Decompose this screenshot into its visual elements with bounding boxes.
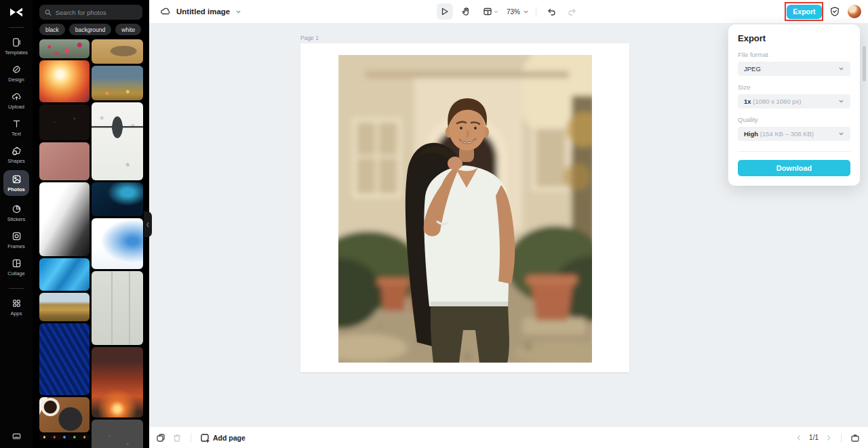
sidebar-item-shapes[interactable]: Shapes xyxy=(1,143,31,166)
layout-tool-button[interactable] xyxy=(479,3,502,20)
previous-page-icon[interactable] xyxy=(795,434,802,441)
present-icon[interactable] xyxy=(850,433,860,443)
sidebar-item-label: Design xyxy=(8,77,24,83)
sidebar-item-frames[interactable]: Frames xyxy=(1,228,31,251)
keyboard-icon xyxy=(12,431,22,441)
canvas-image-man-portrait[interactable] xyxy=(338,55,592,363)
chevron-down-icon[interactable] xyxy=(235,9,241,15)
delete-page-icon[interactable] xyxy=(172,433,182,443)
sidebar-item-label: Shapes xyxy=(7,158,24,164)
photos-icon xyxy=(12,174,22,184)
add-page-label: Add page xyxy=(213,434,245,442)
photo-thumbnail-pink-texture[interactable] xyxy=(39,142,90,180)
size-value: 1x (1080 x 1080 px) xyxy=(744,98,838,105)
photo-thumbnail-red-sunset[interactable] xyxy=(92,347,143,418)
cloud-save-icon[interactable] xyxy=(160,6,171,17)
quality-value-secondary: (154 KB – 308 KB) xyxy=(760,130,814,138)
photo-thumbnail-gray-texture[interactable] xyxy=(92,420,143,448)
photo-thumbnail-money-umbrella[interactable] xyxy=(92,102,143,180)
chevron-down-icon xyxy=(838,98,844,104)
search-input[interactable] xyxy=(56,9,137,16)
photo-search-box[interactable] xyxy=(39,5,142,20)
export-popover: Export File format JPEG Size 1x (1080 x … xyxy=(728,24,860,186)
photo-thumbnail-dark-sparkle[interactable] xyxy=(39,104,90,140)
divider xyxy=(841,433,842,443)
download-button[interactable]: Download xyxy=(738,160,850,176)
filter-chip[interactable]: white xyxy=(115,24,141,35)
next-page-icon[interactable] xyxy=(825,434,832,441)
sidebar-item-collage[interactable]: Collage xyxy=(1,256,31,279)
undo-button[interactable] xyxy=(543,3,559,20)
photo-thumbnail-red-flowers[interactable] xyxy=(39,39,90,58)
photos-panel: blackbackgroundwhite xyxy=(33,0,149,448)
add-page-icon xyxy=(200,433,210,443)
quality-select[interactable]: High (154 KB – 308 KB) xyxy=(738,127,850,141)
photo-thumbnail-bw-portrait[interactable] xyxy=(39,182,90,256)
photo-grid-column xyxy=(39,39,90,448)
photo-thumbnail-city-aerial[interactable] xyxy=(92,66,143,100)
layout-grid-icon xyxy=(482,7,492,16)
panel-collapse-handle[interactable]: ❮ xyxy=(144,211,152,237)
chevron-down-icon xyxy=(493,9,498,14)
photo-thumbnail-coffee-desk[interactable] xyxy=(39,397,90,432)
chevron-down-icon xyxy=(523,9,529,15)
photo-thumbnail-dark-blue-wave[interactable] xyxy=(92,182,143,216)
chevron-down-icon xyxy=(838,131,844,137)
left-sidebar: Templates Design Upload Text Shapes Phot… xyxy=(0,0,33,448)
sidebar-item-text[interactable]: Text xyxy=(1,116,31,139)
user-avatar[interactable] xyxy=(848,5,861,18)
photo-thumbnail-heart-cloud-sunset[interactable] xyxy=(39,60,90,102)
bottom-toolbar: Add page 1/1 xyxy=(149,426,868,448)
app-window: Templates Design Upload Text Shapes Phot… xyxy=(0,0,868,448)
add-page-button[interactable]: Add page xyxy=(200,433,245,443)
sidebar-item-label: Upload xyxy=(8,104,24,110)
zoom-control[interactable]: 73% xyxy=(507,8,529,16)
photo-thumbnail-stone-on-sand[interactable] xyxy=(92,39,143,64)
photo-thumbnail-navy-texture[interactable] xyxy=(39,323,90,395)
divider xyxy=(9,288,24,289)
capcut-logo[interactable] xyxy=(7,5,25,22)
redo-icon xyxy=(568,7,577,16)
sidebar-item-templates[interactable]: Templates xyxy=(1,35,31,58)
file-format-label: File format xyxy=(738,51,850,58)
photo-thumbnail-mountain-landscape[interactable] xyxy=(39,293,90,321)
chevron-left-icon: ❮ xyxy=(146,222,150,227)
export-popover-title: Export xyxy=(738,33,850,43)
duplicate-page-icon[interactable] xyxy=(156,433,165,443)
privacy-shield-icon[interactable] xyxy=(829,6,840,17)
hand-tool-button[interactable] xyxy=(458,3,474,20)
sidebar-item-design[interactable]: Design xyxy=(1,62,31,85)
photo-thumbnail-blue-silk[interactable] xyxy=(39,258,90,291)
photo-thumbnail-white-concrete[interactable] xyxy=(92,271,143,345)
zoom-level: 73% xyxy=(507,8,520,16)
select-tool-button[interactable] xyxy=(437,3,453,20)
photo-thumbnail-icons-strip[interactable] xyxy=(39,434,90,440)
document-title[interactable]: Untitled image xyxy=(176,7,230,16)
filter-chip[interactable]: black xyxy=(39,24,65,35)
top-toolbar: Untitled image 73% xyxy=(149,0,868,23)
page-label: Page 1 xyxy=(300,35,319,41)
sidebar-item-upload[interactable]: Upload xyxy=(1,89,31,112)
divider xyxy=(191,433,191,443)
redo-button[interactable] xyxy=(564,3,580,20)
sidebar-item-photos[interactable]: Photos xyxy=(3,170,29,196)
vertical-scrollbar[interactable] xyxy=(863,46,866,81)
sidebar-item-label: Collage xyxy=(7,270,24,277)
quality-value: High (154 KB – 308 KB) xyxy=(744,130,838,138)
photo-grid-column xyxy=(92,39,143,448)
capcut-logo-icon xyxy=(7,5,25,19)
canvas-page[interactable] xyxy=(300,43,629,372)
filter-chip[interactable]: background xyxy=(69,24,111,35)
apps-icon xyxy=(12,298,22,308)
collage-icon xyxy=(12,258,22,268)
sidebar-item-stickers[interactable]: Stickers xyxy=(1,201,31,224)
export-button[interactable]: Export xyxy=(787,5,822,19)
chevron-down-icon xyxy=(838,66,844,72)
sidebar-item-apps[interactable]: Apps xyxy=(1,296,31,319)
shortcuts-button[interactable] xyxy=(0,431,33,441)
file-format-select[interactable]: JPEG xyxy=(738,62,850,76)
size-select[interactable]: 1x (1080 x 1080 px) xyxy=(738,94,850,108)
photo-thumbnail-white-blue-wave[interactable] xyxy=(92,218,143,269)
search-icon xyxy=(45,9,52,16)
hand-icon xyxy=(461,7,471,16)
